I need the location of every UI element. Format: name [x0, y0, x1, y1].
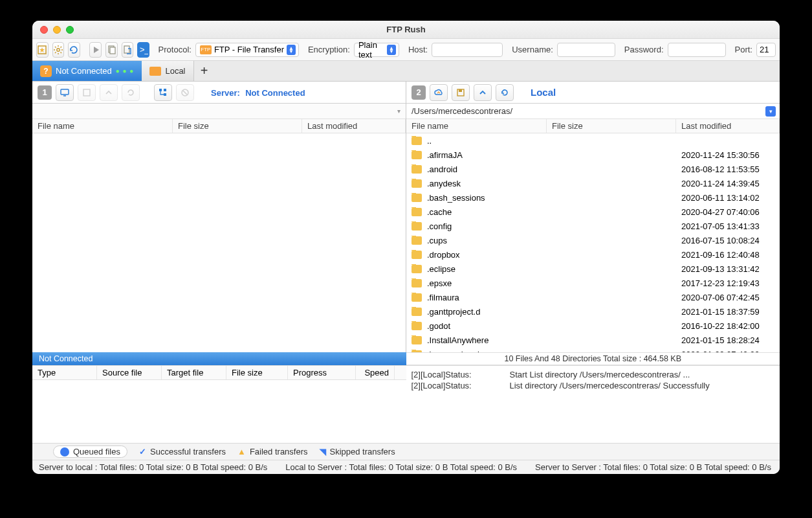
- local-path-bar[interactable]: /Users/mercedescontreras/ ▾: [406, 104, 780, 119]
- local-pane: 2 Local /Users/mercedescontreras/ ▾ File…: [406, 82, 780, 352]
- up-icon[interactable]: [100, 84, 118, 101]
- local-columns: File name File size Last modified: [406, 119, 780, 133]
- cancel-icon[interactable]: [176, 84, 194, 101]
- cloud-sync-icon[interactable]: [430, 84, 448, 101]
- tab-local[interactable]: Local: [142, 61, 193, 81]
- local-path: /Users/mercedescontreras/: [411, 106, 512, 116]
- server-path-bar[interactable]: ▾: [32, 104, 406, 119]
- folder-icon: [411, 265, 422, 273]
- reload-icon[interactable]: [496, 84, 514, 101]
- file-name: .config: [427, 221, 452, 231]
- floppy-icon[interactable]: [452, 84, 470, 101]
- play-icon[interactable]: [89, 42, 102, 58]
- col-progress[interactable]: Progress: [288, 366, 356, 379]
- svg-rect-20: [164, 89, 166, 91]
- gear-icon[interactable]: [52, 42, 65, 58]
- file-modified: 2020-07-06 07:42:45: [676, 293, 780, 302]
- file-modified: 2017-12-23 12:19:43: [676, 278, 780, 288]
- list-item[interactable]: .dropbox2021-09-16 12:40:48: [406, 247, 780, 262]
- list-item[interactable]: .afirmaJA2020-11-24 15:30:56: [406, 148, 780, 162]
- list-item[interactable]: .eclipse2021-09-13 13:31:42: [406, 262, 780, 276]
- queue-tabs: Queued files ✓ Successful transfers ▲ Fa…: [32, 443, 780, 460]
- list-item[interactable]: .cups2016-07-15 10:08:24: [406, 233, 780, 247]
- port-input[interactable]: [756, 43, 776, 57]
- svg-line-9: [55, 52, 56, 53]
- password-input[interactable]: [668, 43, 726, 57]
- list-item[interactable]: .io.ganeshrvel2020-01-29 07:49:20: [406, 347, 780, 352]
- protocol-label: Protocol:: [159, 45, 192, 54]
- col-modified[interactable]: Last modified: [676, 119, 780, 133]
- file-name: .cache: [427, 207, 452, 217]
- ftp-badge-icon: FTP: [200, 45, 212, 54]
- save-icon[interactable]: [78, 84, 96, 101]
- col-source[interactable]: Source file: [97, 366, 162, 379]
- host-input[interactable]: [432, 43, 503, 57]
- chevron-down-icon[interactable]: ▾: [765, 106, 776, 117]
- file-name: .android: [427, 164, 457, 174]
- refresh-icon[interactable]: [68, 42, 80, 58]
- add-tab-button[interactable]: +: [194, 61, 215, 81]
- list-item[interactable]: .cache2020-04-27 07:40:06: [406, 205, 780, 219]
- list-item[interactable]: .ganttproject.d2021-01-15 18:37:59: [406, 304, 780, 319]
- file-name: .godot: [427, 321, 450, 331]
- svg-point-2: [57, 48, 60, 51]
- col-name[interactable]: File name: [32, 119, 173, 133]
- col-type[interactable]: Type: [32, 366, 97, 379]
- tab-skipped[interactable]: ◥ Skipped transfers: [320, 447, 395, 456]
- folder-icon: [411, 208, 422, 216]
- log-panel: [2][Local]Status:Start List directory /U…: [406, 366, 780, 443]
- col-speed[interactable]: Speed: [356, 366, 395, 379]
- folder-icon: [411, 165, 422, 174]
- list-item[interactable]: .epsxe2017-12-23 12:19:43: [406, 276, 780, 290]
- col-target[interactable]: Target file: [162, 366, 226, 379]
- col-size[interactable]: File size: [547, 119, 676, 133]
- protocol-select[interactable]: FTP FTP - File Transfer Pro... ▲▼: [195, 43, 299, 57]
- queue-body[interactable]: [32, 380, 406, 443]
- col-size[interactable]: File size: [173, 119, 302, 133]
- status-bar: Server to local : Total files: 0 Total s…: [32, 460, 780, 474]
- queue-columns: Type Source file Target file File size P…: [32, 366, 406, 380]
- tree-icon[interactable]: [154, 84, 172, 101]
- list-item[interactable]: .anydesk2020-11-24 14:39:45: [406, 176, 780, 190]
- tab-successful[interactable]: ✓ Successful transfers: [139, 447, 226, 456]
- protocol-value: FTP - File Transfer Pro...: [214, 45, 284, 54]
- port-label: Port:: [735, 45, 752, 54]
- monitor-icon[interactable]: [56, 84, 74, 101]
- chevron-down-icon[interactable]: ▾: [397, 107, 401, 115]
- status-server-to-local: Server to local : Total files: 0 Total s…: [39, 462, 267, 472]
- server-file-list[interactable]: [32, 133, 406, 352]
- local-file-list[interactable]: ...afirmaJA2020-11-24 15:30:56.android20…: [406, 133, 780, 352]
- file-name: .bash_sessions: [427, 193, 485, 203]
- app-window: FTP Rush >_ Protocol: FTP FTP - File Tra…: [32, 21, 780, 474]
- tab-local-label: Local: [165, 66, 185, 76]
- paste-icon[interactable]: [122, 42, 134, 58]
- list-item[interactable]: .filmaura2020-07-06 07:42:45: [406, 290, 780, 304]
- activity-indicator-icon: ● ● ●: [116, 67, 135, 74]
- col-modified[interactable]: Last modified: [302, 119, 406, 133]
- file-name: ..: [427, 136, 432, 146]
- list-item[interactable]: .config2021-07-05 13:41:33: [406, 219, 780, 233]
- list-item[interactable]: .InstallAnywhere2021-01-15 18:28:24: [406, 333, 780, 347]
- tab-remote[interactable]: ? Not Connected ● ● ●: [32, 61, 142, 81]
- file-name: .InstallAnywhere: [427, 335, 488, 345]
- username-input[interactable]: [557, 43, 615, 57]
- tab-queued[interactable]: Queued files: [53, 445, 127, 458]
- copy-icon[interactable]: [105, 42, 118, 58]
- folder-icon: [411, 151, 422, 159]
- list-item[interactable]: .godot2016-10-22 18:42:00: [406, 319, 780, 333]
- list-item[interactable]: .bash_sessions2020-06-11 13:14:02: [406, 190, 780, 205]
- svg-marker-1: [39, 47, 45, 52]
- list-item[interactable]: ..: [406, 133, 780, 148]
- bookmark-icon[interactable]: [36, 42, 49, 58]
- reload-icon[interactable]: [122, 84, 140, 101]
- list-item[interactable]: .android2016-08-12 11:53:55: [406, 162, 780, 176]
- col-filesize[interactable]: File size: [226, 366, 288, 379]
- tab-failed[interactable]: ▲ Failed transfers: [237, 447, 307, 456]
- monitor-icon: [149, 67, 161, 76]
- window-title: FTP Rush: [32, 25, 780, 34]
- col-name[interactable]: File name: [406, 119, 547, 133]
- file-modified: 2020-11-24 14:39:45: [676, 179, 780, 188]
- terminal-icon[interactable]: >_: [137, 42, 149, 58]
- up-icon[interactable]: [474, 84, 492, 101]
- encryption-select[interactable]: Plain text ▲▼: [354, 43, 399, 57]
